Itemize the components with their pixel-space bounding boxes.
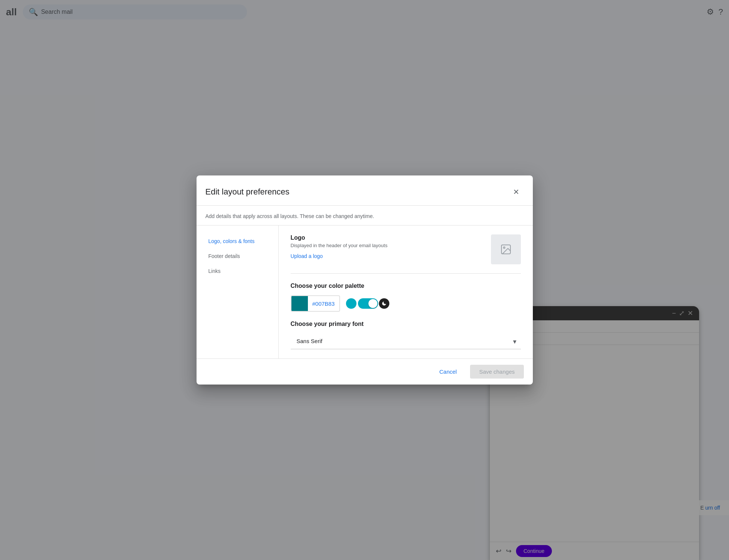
teal-circle [346,298,356,309]
modal-subtitle: Add details that apply across all layout… [197,206,533,225]
image-placeholder-icon [500,243,512,255]
font-select[interactable]: Sans Serif Serif Monospace [291,333,521,349]
logo-text-area: Logo Displayed in the header of your ema… [291,234,491,259]
font-select-wrapper: Sans Serif Serif Monospace ▾ [291,333,521,349]
theme-toggle-container [346,298,389,309]
sidebar-item-footer-details[interactable]: Footer details [203,249,272,263]
modal-header: Edit layout preferences ✕ [197,175,533,199]
color-row: #007B83 [291,295,521,312]
color-swatch-input[interactable]: #007B83 [291,295,340,312]
close-icon: ✕ [513,187,519,196]
toggle-thumb [368,299,377,308]
dark-circle [379,298,389,309]
cancel-button[interactable]: Cancel [430,365,466,379]
color-swatch [291,295,308,312]
color-palette-heading: Choose your color palette [291,283,521,289]
sidebar-item-links[interactable]: Links [203,264,272,278]
sidebar-item-logo-colors-fonts[interactable]: Logo, colors & fonts [203,234,272,248]
logo-subheading: Displayed in the header of your email la… [291,243,491,248]
upload-logo-link[interactable]: Upload a logo [291,253,323,259]
divider-1 [291,273,521,274]
font-section: Choose your primary font Sans Serif Seri… [291,321,521,349]
save-changes-button[interactable]: Save changes [470,365,523,379]
logo-placeholder [491,234,521,264]
color-hex-value: #007B83 [308,301,339,307]
modal-footer: Cancel Save changes [197,358,533,385]
modal-close-button[interactable]: ✕ [509,184,524,199]
logo-heading: Logo [291,234,491,241]
moon-icon [382,301,387,306]
font-heading: Choose your primary font [291,321,521,327]
theme-toggle[interactable] [358,298,378,309]
modal-content-wrapper: Logo, colors & fonts Footer details Link… [197,225,533,358]
modal-title: Edit layout preferences [206,187,290,197]
color-palette-section: Choose your color palette #007B83 [291,283,521,312]
modal-sidebar: Logo, colors & fonts Footer details Link… [197,225,279,358]
modal-main-content: Logo Displayed in the header of your ema… [279,225,533,358]
svg-point-1 [503,247,505,248]
modal-edit-layout: Edit layout preferences ✕ Add details th… [197,175,533,385]
logo-section: Logo Displayed in the header of your ema… [291,234,521,264]
